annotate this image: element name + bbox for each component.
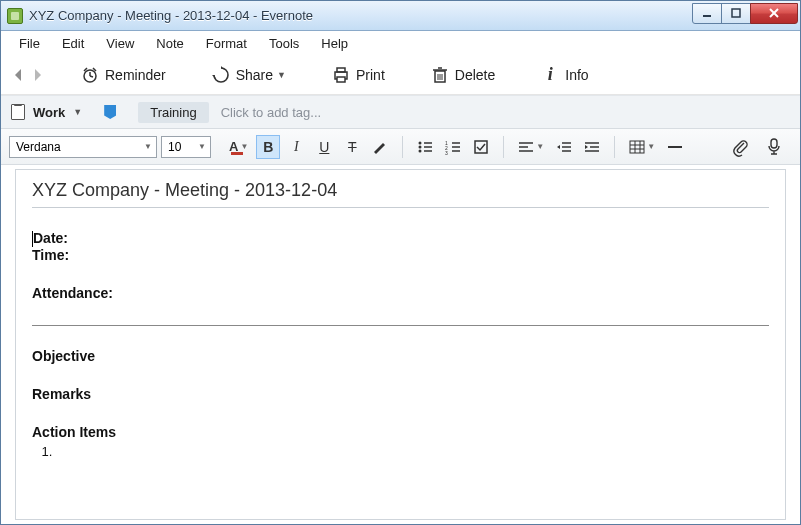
svg-marker-43 — [585, 145, 588, 149]
menu-view[interactable]: View — [96, 34, 144, 53]
menu-edit[interactable]: Edit — [52, 34, 94, 53]
share-icon — [212, 66, 230, 84]
chevron-down-icon: ▼ — [198, 142, 206, 151]
outdent-button[interactable] — [552, 135, 576, 159]
attachment-button[interactable] — [728, 135, 752, 159]
tag-icon — [104, 105, 116, 119]
remarks-label: Remarks — [32, 386, 769, 402]
font-size-value: 10 — [168, 140, 181, 154]
time-label: Time: — [32, 247, 769, 263]
chevron-down-icon: ▼ — [240, 142, 248, 151]
menu-bar: File Edit View Note Format Tools Help — [1, 31, 800, 55]
separator — [503, 136, 504, 158]
svg-rect-12 — [337, 68, 345, 72]
share-button[interactable]: Share ▼ — [202, 62, 296, 88]
add-tag-input[interactable]: Click to add tag... — [217, 105, 321, 120]
chevron-down-icon: ▼ — [277, 70, 286, 80]
objective-label: Objective — [32, 348, 769, 364]
window-title: XYZ Company - Meeting - 2013-12-04 - Eve… — [29, 8, 693, 23]
svg-rect-13 — [337, 77, 345, 82]
svg-point-22 — [419, 145, 422, 148]
highlight-button[interactable] — [368, 135, 392, 159]
date-label: Date: — [33, 230, 68, 246]
paperclip-icon — [732, 139, 748, 155]
main-toolbar: Reminder Share ▼ Print Delete i Info — [1, 55, 800, 95]
underline-button[interactable]: U — [312, 135, 336, 159]
print-label: Print — [356, 67, 385, 83]
info-icon: i — [541, 66, 559, 84]
bold-button[interactable]: B — [256, 135, 280, 159]
italic-button[interactable]: I — [284, 135, 308, 159]
font-family-value: Verdana — [16, 140, 61, 154]
chevron-down-icon: ▼ — [647, 142, 655, 151]
info-button[interactable]: i Info — [531, 62, 598, 88]
highlighter-icon — [372, 139, 388, 155]
window-titlebar: XYZ Company - Meeting - 2013-12-04 - Eve… — [1, 1, 800, 31]
minimize-button[interactable] — [692, 3, 722, 24]
delete-button[interactable]: Delete — [421, 62, 505, 88]
horizontal-rule-button[interactable] — [663, 135, 687, 159]
maximize-button[interactable] — [721, 3, 751, 24]
checkbox-button[interactable] — [469, 135, 493, 159]
svg-rect-1 — [732, 9, 740, 17]
menu-help[interactable]: Help — [311, 34, 358, 53]
action-items-label: Action Items — [32, 424, 769, 440]
list-item[interactable] — [56, 444, 769, 459]
numbered-list-button[interactable]: 123 — [441, 135, 465, 159]
nav-forward-button[interactable] — [31, 64, 45, 86]
svg-point-24 — [419, 149, 422, 152]
chevron-down-icon: ▼ — [144, 142, 152, 151]
svg-rect-32 — [475, 141, 487, 153]
format-toolbar: Verdana ▼ 10 ▼ A ▼ B I U T 123 ▼ ▼ — [1, 129, 800, 165]
menu-format[interactable]: Format — [196, 34, 257, 53]
close-button[interactable] — [750, 3, 798, 24]
svg-rect-44 — [630, 141, 644, 153]
strikethrough-button[interactable]: T — [340, 135, 364, 159]
note-title[interactable]: XYZ Company - Meeting - 2013-12-04 — [32, 178, 769, 208]
svg-marker-5 — [35, 69, 41, 81]
chevron-down-icon: ▼ — [536, 142, 544, 151]
notebook-toolbar: Work ▼ Training Click to add tag... — [1, 95, 800, 129]
attendance-label: Attendance: — [32, 285, 769, 301]
horizontal-rule — [32, 325, 769, 326]
microphone-icon — [767, 138, 781, 156]
audio-button[interactable] — [762, 135, 786, 159]
svg-text:3: 3 — [445, 150, 448, 156]
separator — [402, 136, 403, 158]
bullet-list-button[interactable] — [413, 135, 437, 159]
reminder-button[interactable]: Reminder — [71, 62, 176, 88]
notebook-selector[interactable]: Work — [33, 105, 65, 120]
nav-back-button[interactable] — [11, 64, 25, 86]
indent-button[interactable] — [580, 135, 604, 159]
separator — [614, 136, 615, 158]
menu-note[interactable]: Note — [146, 34, 193, 53]
svg-point-20 — [419, 141, 422, 144]
print-button[interactable]: Print — [322, 62, 395, 88]
clock-icon — [81, 66, 99, 84]
chevron-down-icon: ▼ — [73, 107, 82, 117]
menu-file[interactable]: File — [9, 34, 50, 53]
info-label: Info — [565, 67, 588, 83]
action-items-list[interactable] — [56, 444, 769, 459]
reminder-label: Reminder — [105, 67, 166, 83]
note-body[interactable]: XYZ Company - Meeting - 2013-12-04 Date:… — [16, 170, 785, 479]
align-button[interactable]: ▼ — [514, 135, 548, 159]
notebook-icon — [11, 104, 25, 120]
svg-marker-4 — [15, 69, 21, 81]
svg-marker-39 — [557, 145, 560, 149]
table-button[interactable]: ▼ — [625, 135, 659, 159]
printer-icon — [332, 66, 350, 84]
svg-rect-50 — [771, 139, 777, 148]
font-family-select[interactable]: Verdana ▼ — [9, 136, 157, 158]
trash-icon — [431, 66, 449, 84]
window-controls — [693, 3, 798, 25]
evernote-icon — [7, 8, 23, 24]
delete-label: Delete — [455, 67, 495, 83]
tag-chip[interactable]: Training — [138, 102, 208, 123]
font-color-button[interactable]: A ▼ — [225, 135, 252, 159]
font-size-select[interactable]: 10 ▼ — [161, 136, 211, 158]
share-label: Share — [236, 67, 273, 83]
menu-tools[interactable]: Tools — [259, 34, 309, 53]
svg-line-8 — [90, 76, 93, 77]
editor-area[interactable]: XYZ Company - Meeting - 2013-12-04 Date:… — [15, 169, 786, 520]
